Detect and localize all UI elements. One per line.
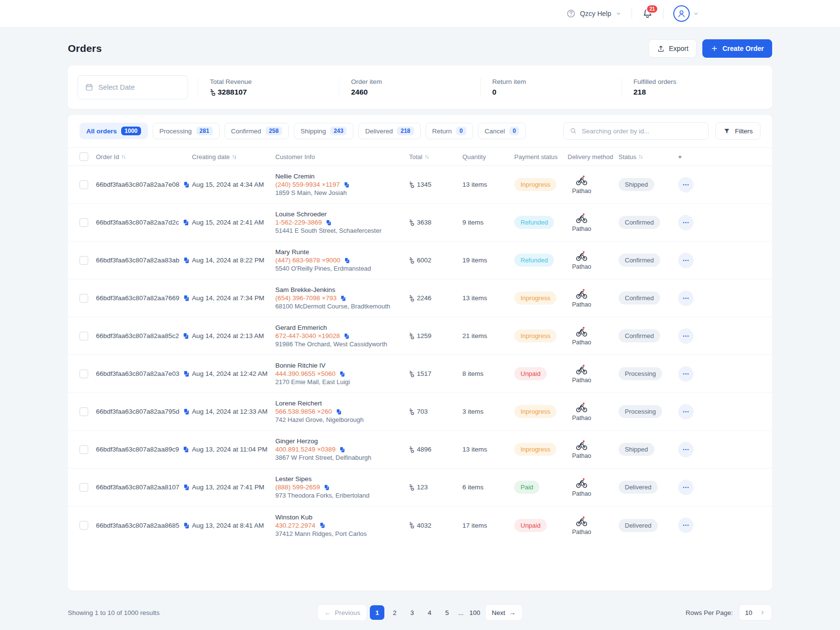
table-row: 66bdf3faa63c807a82aa7d2c Aug 15, 2024 at… [68, 204, 772, 242]
row-checkbox[interactable] [79, 180, 88, 189]
row-actions-button[interactable] [678, 328, 694, 344]
row-checkbox[interactable] [79, 445, 88, 454]
row-checkbox[interactable] [79, 218, 88, 227]
ellipsis-icon [682, 521, 690, 530]
copy-icon[interactable] [183, 257, 190, 264]
help-menu[interactable]: Qzcy Help [566, 9, 622, 18]
payment-status-badge: Inprogress [514, 329, 556, 342]
row-checkbox[interactable] [79, 256, 88, 265]
row-actions-button[interactable] [678, 215, 694, 230]
bike-icon [576, 288, 587, 300]
tab-all-orders[interactable]: All orders 1000 [79, 123, 148, 139]
tab-delivered[interactable]: Delivered 218 [358, 123, 420, 139]
row-checkbox[interactable] [79, 521, 88, 530]
tab-confirmed[interactable]: Confirmed 258 [224, 123, 289, 139]
copy-icon[interactable] [344, 257, 350, 264]
copy-icon[interactable] [339, 446, 346, 453]
date-picker[interactable]: Select Date [78, 75, 188, 99]
row-actions-button[interactable] [678, 404, 694, 420]
customer-address: 2170 Emie Mall, East Luigi [275, 378, 409, 386]
sort-icon: ↑↓ [121, 153, 125, 160]
row-checkbox[interactable] [79, 294, 88, 303]
column-status[interactable]: Status ↑↓ [618, 153, 678, 161]
copy-icon[interactable] [183, 484, 190, 491]
orders-card: All orders 1000 Processing 281 Confirmed… [68, 115, 772, 591]
row-actions-button[interactable] [678, 442, 694, 457]
filters-button[interactable]: Filters [715, 122, 761, 140]
row-actions-button[interactable] [678, 517, 694, 533]
tab-shipping[interactable]: Shipping 243 [294, 123, 354, 139]
row-checkbox[interactable] [79, 483, 88, 492]
pagination-page-4[interactable]: 4 [422, 605, 437, 620]
pagination-page-1[interactable]: 1 [370, 605, 384, 620]
table-header: Order Id ↑↓ Creating date ↑↓ Customer In… [68, 147, 772, 166]
tab-processing[interactable]: Processing 281 [153, 123, 220, 139]
order-quantity: 8 items [462, 370, 514, 377]
row-checkbox[interactable] [79, 407, 88, 416]
order-total: 2246 [417, 294, 431, 302]
customer-name: Lester Sipes [275, 475, 409, 483]
customer-info: Winston Kub 430.272.2974 37412 Mann Ridg… [275, 514, 409, 537]
tab-return[interactable]: Return 0 [426, 123, 473, 139]
copy-icon[interactable] [325, 219, 332, 226]
create-order-button[interactable]: Create Order [702, 39, 772, 58]
add-column-button[interactable]: + [678, 153, 707, 161]
table-footer: Showing 1 to 10 of 1000 results ← Previo… [68, 604, 772, 621]
tab-cancel[interactable]: Cancel 0 [478, 123, 526, 139]
bike-icon [576, 250, 587, 262]
customer-phone: (240) 559-9934 ×1197 [275, 181, 340, 188]
select-all-checkbox[interactable] [79, 152, 88, 161]
payment-status-badge: Inprogress [514, 443, 556, 456]
notifications-button[interactable]: 21 [642, 8, 653, 19]
pagination-page-100[interactable]: 100 [468, 605, 482, 620]
column-creating-date[interactable]: Creating date ↑↓ [192, 153, 275, 161]
ellipsis-icon [682, 483, 690, 492]
copy-icon[interactable] [183, 181, 190, 188]
row-actions-button[interactable] [678, 177, 694, 193]
creating-date: Aug 13, 2024 at 8:41 AM [192, 522, 275, 529]
column-total[interactable]: Total ↑↓ [409, 153, 462, 161]
copy-icon[interactable] [323, 484, 330, 491]
copy-icon[interactable] [182, 332, 190, 339]
row-actions-button[interactable] [678, 253, 694, 268]
row-actions-button[interactable] [678, 366, 694, 382]
pagination-previous[interactable]: ← Previous [317, 604, 367, 621]
copy-icon[interactable] [183, 370, 190, 377]
rows-per-page-select[interactable]: 10 [739, 604, 772, 621]
copy-icon[interactable] [183, 522, 190, 529]
row-actions-button[interactable] [678, 291, 694, 306]
copy-icon[interactable] [319, 522, 326, 529]
row-checkbox[interactable] [79, 370, 88, 378]
copy-icon[interactable] [182, 446, 190, 453]
topbar-divider [663, 8, 664, 19]
stat-value: 0 [492, 88, 497, 97]
search-input[interactable] [582, 128, 702, 135]
copy-icon[interactable] [340, 295, 347, 302]
copy-icon[interactable] [182, 219, 190, 226]
customer-phone: 430.272.2974 [275, 522, 316, 529]
user-menu[interactable] [673, 5, 699, 22]
copy-icon[interactable] [339, 371, 346, 377]
pagination-next[interactable]: Next → [485, 604, 523, 621]
order-quantity: 3 items [462, 408, 514, 415]
tab-count: 258 [266, 127, 282, 135]
pagination-page-5[interactable]: 5 [440, 605, 454, 620]
customer-phone: 566.538.9856 ×260 [275, 408, 332, 415]
row-checkbox[interactable] [79, 332, 88, 340]
results-summary: Showing 1 to 10 of 1000 results [68, 609, 317, 616]
tab-label: Cancel [485, 128, 505, 135]
copy-icon[interactable] [183, 294, 190, 302]
row-actions-button[interactable] [678, 480, 694, 495]
question-circle-icon [566, 9, 576, 18]
pagination-page-2[interactable]: 2 [387, 605, 402, 620]
copy-icon[interactable] [183, 408, 190, 415]
copy-icon[interactable] [343, 181, 350, 188]
copy-icon[interactable] [335, 408, 342, 415]
export-button[interactable]: Export [649, 39, 697, 58]
column-order-id[interactable]: Order Id ↑↓ [96, 153, 192, 161]
column-payment-status: Payment status [514, 153, 568, 161]
order-total: 703 [417, 408, 428, 415]
bike-icon [576, 326, 587, 338]
copy-icon[interactable] [343, 333, 350, 339]
pagination-page-3[interactable]: 3 [405, 605, 419, 620]
